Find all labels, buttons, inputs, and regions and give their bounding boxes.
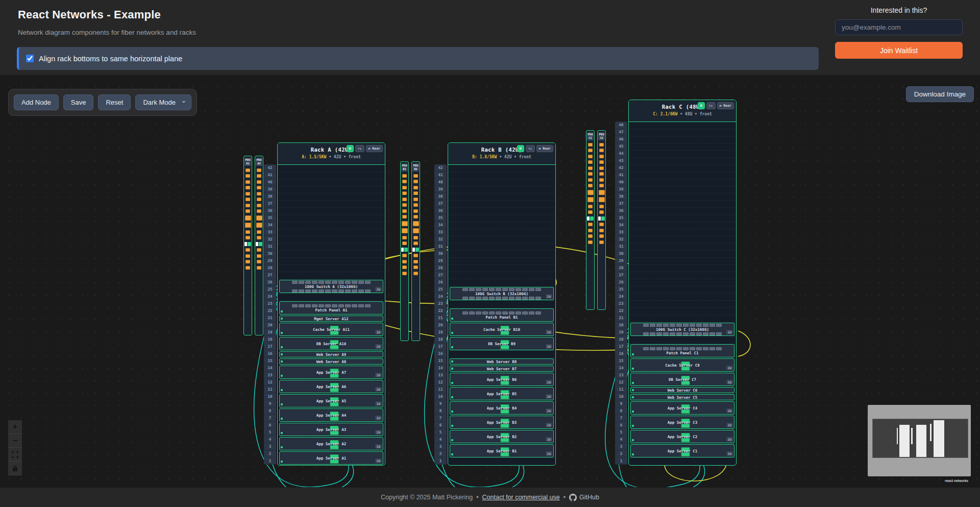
rear-view-button[interactable]: ⇄ Rear (717, 102, 734, 109)
unit-number: 8 (434, 407, 447, 415)
github-link[interactable]: GitHub (579, 494, 599, 501)
rack-item-server[interactable]: App Server B32U (450, 416, 554, 429)
rack-item-server[interactable]: DB Server A102U (279, 337, 383, 350)
align-option-bar[interactable]: Align rack bottoms to same horizontal pl… (17, 47, 819, 70)
rack-item-server[interactable]: Web Server A9 (279, 351, 383, 357)
pdu-outlet (244, 242, 251, 246)
u-size-badge: 2U (375, 430, 382, 434)
contact-link[interactable]: Contact for commercial use (482, 494, 560, 501)
unit-number: 8 (264, 407, 276, 415)
rack-item-server[interactable]: Cache Server C82U (630, 358, 734, 372)
units-toggle-button[interactable]: U (698, 102, 705, 109)
rack-item-server[interactable]: Cache Server B102U (450, 323, 554, 336)
rack-item-server[interactable]: App Server A62U (279, 380, 383, 393)
units-toggle-button[interactable]: U (517, 145, 524, 152)
pdu-node[interactable]: PDUA2 (255, 156, 263, 335)
pdu-outlet (246, 266, 250, 270)
rack-item-server[interactable]: App Server C12U (630, 444, 734, 457)
email-input[interactable] (835, 19, 963, 35)
rack-item-server[interactable]: App Server B22U (450, 430, 554, 443)
add-node-button[interactable]: Add Node (14, 94, 59, 110)
rack-item-switch[interactable]: 100G Switch C (32x100G)2U (630, 323, 734, 336)
rack-item-server[interactable]: Web Server C5 (630, 394, 734, 400)
rack-item-server[interactable]: App Server C32U (630, 416, 734, 429)
rack-item-server[interactable]: App Server B12U (450, 444, 554, 457)
zoom-out-button[interactable]: − (8, 434, 22, 448)
rack-item-server[interactable]: App Server C42U (630, 401, 734, 415)
sort-button[interactable]: ↑↓ (706, 102, 716, 109)
rack-item-server[interactable]: App Server A32U (279, 423, 383, 436)
rack-item-server[interactable]: App Server B42U (450, 401, 554, 415)
unit-number: 31 (264, 243, 276, 250)
port-cell (670, 324, 675, 327)
rack-item-server[interactable]: Web Server C6 (630, 387, 734, 393)
rack-header-buttons: U↑↓⇄ Rear (698, 102, 734, 109)
unit-number: 39 (264, 186, 276, 193)
rack-item-server[interactable]: App Server A22U (279, 437, 383, 450)
rack-item-server[interactable]: App Server C22U (630, 430, 734, 443)
rack-item-patch[interactable]: Patch Panel A1 (279, 301, 383, 315)
rack-item-server[interactable]: Web Server B7 (450, 366, 554, 372)
port-cell (496, 288, 501, 291)
rack-item-server[interactable]: App Server B62U (450, 373, 554, 386)
rack-item-server[interactable]: App Server B52U (450, 387, 554, 400)
port-cell (489, 297, 495, 300)
align-checkbox[interactable] (26, 55, 34, 62)
rack-item-server[interactable]: App Server A72U (279, 366, 383, 379)
rack-item-server[interactable]: Cache Server A112U (279, 323, 383, 336)
rear-view-button[interactable]: ⇄ Rear (536, 145, 553, 152)
pdu-outlet (588, 223, 593, 226)
rack-item-server[interactable]: App Server A52U (279, 394, 383, 407)
rack-item-switch[interactable]: 100G Switch B (32x100G)2U (450, 287, 554, 300)
port-cell (709, 332, 715, 335)
unit-number: 10 (615, 393, 627, 400)
pdu-node[interactable]: PDUC1 (586, 130, 595, 310)
rack-item-patch[interactable]: Patch Panel C1 (630, 344, 734, 357)
pdu-label: PDUC2 (598, 132, 605, 140)
units-toggle-button[interactable]: U (347, 145, 354, 152)
unit-number: 32 (264, 236, 276, 243)
theme-select[interactable]: Dark Mode (135, 94, 191, 110)
port-cell (489, 311, 495, 315)
rack-item-server[interactable]: Mgmt Server A12 (279, 316, 383, 322)
zoom-in-button[interactable]: + (8, 420, 22, 434)
rack-header: Rack A (42U)U↑↓⇄ RearA: 1.5/5KW • 42U • … (278, 143, 385, 165)
download-image-button[interactable]: Download Image (906, 86, 974, 102)
pdu-outlet (587, 190, 594, 195)
unit-number: 11 (615, 386, 627, 393)
join-waitlist-button[interactable]: Join Waitlist (835, 42, 963, 59)
rack-node[interactable]: 4241403938373635343332313029282726252423… (448, 142, 556, 466)
sort-button[interactable]: ↑↓ (355, 145, 364, 152)
pdu-node[interactable]: PDUA1 (243, 156, 252, 335)
pdu-node[interactable]: PDUB2 (411, 161, 420, 341)
diagram-canvas[interactable]: Add Node Save Reset Dark Mode Download I… (0, 76, 980, 487)
sort-button[interactable]: ↑↓ (526, 145, 535, 152)
github-link-wrap[interactable]: GitHub (569, 494, 599, 501)
rack-frame: Rack C (48U)U↑↓⇄ RearC: 2.1/6KW • 48U • … (628, 100, 737, 466)
rack-item-server[interactable]: DB Server C72U (630, 373, 734, 386)
unit-number: 42 (615, 164, 627, 172)
save-button[interactable]: Save (63, 94, 94, 110)
pdu-outlet (246, 260, 250, 263)
rack-item-server[interactable]: Web Server B8 (450, 358, 554, 365)
rack-node[interactable]: 4241403938373635343332313029282726252423… (277, 142, 385, 466)
lock-button[interactable] (8, 462, 22, 475)
u-size-badge: 2U (726, 330, 733, 334)
port-cell (516, 297, 521, 300)
port-cell (352, 281, 357, 284)
minimap[interactable] (868, 405, 971, 476)
port-cell (643, 332, 649, 335)
rack-item-server[interactable]: App Server A12U (279, 451, 383, 465)
fit-view-button[interactable] (8, 448, 22, 462)
rack-item-server[interactable]: Web Server A8 (279, 358, 383, 365)
rack-item-patch[interactable]: Patch Panel B1 (450, 308, 554, 322)
pdu-node[interactable]: PDUB1 (400, 161, 409, 341)
pdu-node[interactable]: PDUC2 (597, 130, 606, 310)
rear-view-button[interactable]: ⇄ Rear (366, 145, 383, 152)
item-label: App Server A5 (316, 399, 347, 403)
rack-node[interactable]: 4847464544434241403938373635343332313029… (628, 100, 737, 466)
rack-item-server[interactable]: DB Server B92U (450, 337, 554, 350)
rack-item-switch[interactable]: 100G Switch A (32x100G)2U (279, 280, 383, 293)
rack-item-server[interactable]: App Server A42U (279, 408, 383, 422)
reset-button[interactable]: Reset (98, 94, 131, 110)
